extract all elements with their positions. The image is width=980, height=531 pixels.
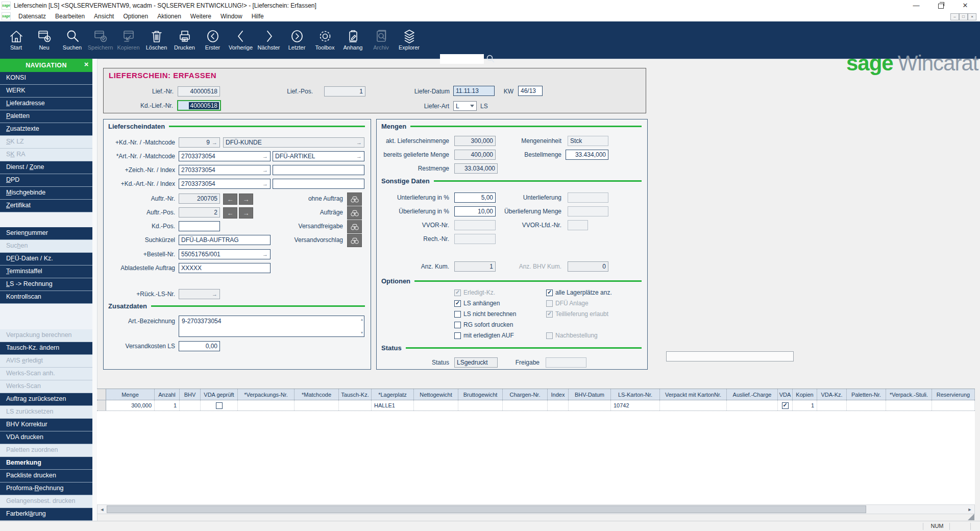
menu-window[interactable]: Window [216,13,247,20]
menu-bearbeiten[interactable]: Bearbeiten [51,13,89,20]
cell-checkbox-icon[interactable] [216,402,223,409]
cell-selector[interactable] [97,400,106,411]
mdi-system-icon[interactable]: sage [2,12,11,20]
bestellmenge-field[interactable]: 33.434,000 [566,150,608,160]
sidebar-item-paletten[interactable]: Paletten [0,110,92,123]
cell-paletten-nr[interactable] [847,400,886,411]
cell-anzahl[interactable]: 1 [155,400,180,411]
scroll-right-icon[interactable]: ► [965,505,974,514]
column-reservierung[interactable]: Reservierung [932,389,975,400]
toolbar-erster-button[interactable]: Erster [199,21,227,59]
cell-menge[interactable]: 300,000 [106,400,155,411]
sidebar-item-zertifikat[interactable]: Zertifikat [0,200,92,212]
sidebar-item-tausch-kz-ändern[interactable]: Tausch-Kz. ändern [0,342,92,355]
cell-vda[interactable] [778,400,793,411]
sidebar-item-farberklärung[interactable]: Farberklärung [0,508,92,521]
toolbar-löschen-button[interactable]: Löschen [142,21,170,59]
versandkosten-field[interactable]: 0,00 [179,341,220,351]
column-kopien[interactable]: Kopien [793,389,817,400]
option-ls-anhängen[interactable]: LS anhängen [454,300,500,307]
column-tausch-kz[interactable]: Tausch-Kz. [339,389,372,400]
column-bhv[interactable]: BHV [180,389,201,400]
cell-vda-kz[interactable] [817,400,847,411]
kd-art-nr-field[interactable]: 2703373054 [179,179,271,189]
cell-tausch-kz[interactable] [339,400,372,411]
art-bezeichnung-textarea[interactable]: 9-2703373054 ▴ ▾ [179,316,364,337]
option-ls-nicht-berechnen[interactable]: LS nicht berechnen [454,310,516,318]
toolbar-suchen-button[interactable]: Suchen [58,21,86,59]
cell-reservierung[interactable] [932,400,975,411]
toolbar-explorer-button[interactable]: Explorer [395,21,423,59]
option-rg-sofort-drucken[interactable]: RG sofort drucken [454,321,513,328]
sidebar-item-auftrag-zurücksetzen[interactable]: Auftrag zurücksetzen [0,393,92,406]
kd-nr-field[interactable]: 9 [179,137,220,148]
search-icon[interactable] [486,54,495,63]
column-bruttogewicht[interactable]: Bruttogewicht [458,389,503,400]
art-nr-field[interactable]: 2703373054 [179,151,271,161]
column-bhv-datum[interactable]: BHV-Datum [569,389,611,400]
liefer-datum-field[interactable]: 11.11.13 [453,86,495,96]
cell-matchcode[interactable] [295,400,339,411]
auftraege-search-button[interactable] [347,206,362,220]
toolbar-start-button[interactable]: Start [2,21,30,59]
menu-hilfe[interactable]: Hilfe [247,13,268,20]
toolbar-nächster-button[interactable]: Nächster [255,21,283,59]
resize-grip[interactable] [968,514,974,520]
mdi-close-button[interactable]: × [968,13,976,20]
cell-verpackungs-nr[interactable] [238,400,295,411]
abladestelle-field[interactable]: XXXXX [179,263,271,273]
cell-verpackt-mit-kartonnr[interactable] [660,400,727,411]
toolbar-toolbox-button[interactable]: Toolbox [311,21,339,59]
checkbox-icon[interactable] [454,300,461,307]
column-chargen-nr[interactable]: Chargen-Nr. [503,389,548,400]
cell-ls-karton-nr[interactable]: 10742 [611,400,660,411]
versandvorschlag-search-button[interactable] [347,234,362,247]
liefer-art-select[interactable]: L [453,101,477,111]
sidebar-item-ls-rechnung[interactable]: LS -> Rechnung [0,278,92,291]
sidebar-item-seriennummer[interactable]: Seriennummer [0,227,92,240]
kd-art-index-field[interactable] [273,179,364,189]
toolbar-drucken-button[interactable]: Drucken [170,21,199,59]
cell-index[interactable] [548,400,569,411]
option-mit-erledigten-auf[interactable]: mit erledigten AUF [454,332,514,339]
column-menge[interactable]: Menge [106,389,155,400]
cell-bhv-datum[interactable] [569,400,611,411]
cell-lagerplatz[interactable]: HALLE1 [372,400,414,411]
kw-field[interactable]: 46/13 [518,86,543,96]
cell-vda-geprüft[interactable] [201,400,238,411]
sidebar-item-bhv-korrektur[interactable]: BHV Korrektur [0,419,92,431]
zeich-index-field[interactable] [273,165,364,175]
mdi-restore-button[interactable]: □ [959,13,968,20]
kd-pos-field[interactable] [179,221,220,231]
close-button[interactable]: ✕ [958,0,973,10]
checkbox-icon[interactable] [546,289,553,296]
menu-weitere[interactable]: Weitere [186,13,216,20]
column-verpack-stuli[interactable]: *Verpack.-Stuli. [886,389,932,400]
column-lagerplatz[interactable]: *Lagerplatz [372,389,414,400]
scroll-down-icon[interactable]: ▾ [361,331,363,335]
menu-datensatz[interactable]: Datensatz [14,13,51,20]
restore-button[interactable] [933,0,948,10]
menu-aktionen[interactable]: Aktionen [153,13,186,20]
column-vda[interactable]: VDA [778,389,793,400]
minimize-button[interactable]: — [909,0,924,10]
column-ls-karton-nr[interactable]: LS-Karton-Nr. [611,389,660,400]
cell-nettogewicht[interactable] [414,400,458,411]
auftr-nr-prev-button[interactable]: ← [223,194,237,205]
sidebar-item-vda-drucken[interactable]: VDA drucken [0,431,92,444]
cell-chargen-nr[interactable] [503,400,548,411]
sidebar-item-proforma-rechnung[interactable]: Proforma-Rechnung [0,482,92,495]
checkbox-icon[interactable] [454,332,461,339]
sidebar-item-zusatztexte[interactable]: Zusatztexte [0,123,92,136]
side-info-box[interactable] [666,351,794,361]
auftr-pos-prev-button[interactable]: ← [223,207,237,219]
table-row[interactable]: 300,0001HALLE1107421 [97,400,975,411]
toolbar-neu-button[interactable]: Neu [30,21,58,59]
mdi-minimize-button[interactable]: – [950,13,959,20]
column-vda-geprüft[interactable]: VDA geprüft [201,389,238,400]
scroll-up-icon[interactable]: ▴ [361,318,363,322]
toolbar-anhang-button[interactable]: Anhang [339,21,367,59]
column-nettogewicht[interactable]: Nettogewicht [414,389,458,400]
sidebar-item-dfü-daten-kz[interactable]: DFÜ-Daten / Kz. [0,253,92,266]
column-vda-kz[interactable]: VDA-Kz. [817,389,847,400]
